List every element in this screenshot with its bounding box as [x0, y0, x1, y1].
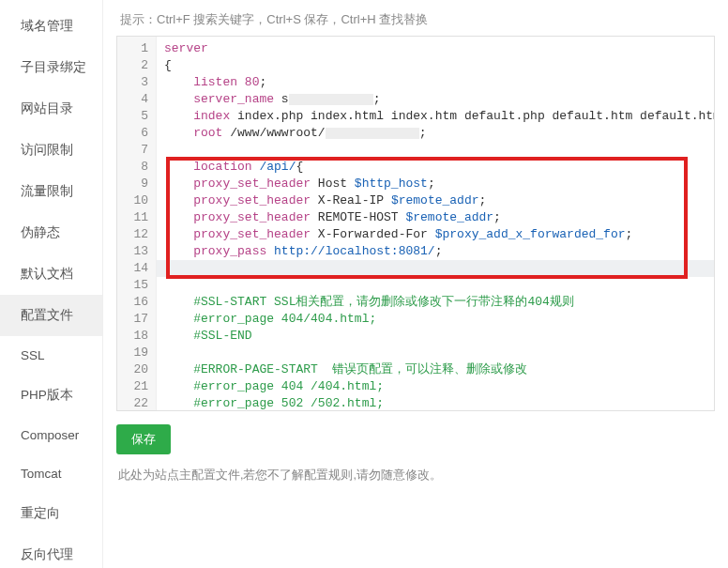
code-line-17[interactable]: #error_page 404/404.html; — [164, 311, 714, 328]
sidebar-item-9[interactable]: PHP版本 — [0, 375, 102, 416]
editor-gutter: 12345678910111213141516171819202122 — [117, 37, 157, 410]
sidebar-item-1[interactable]: 子目录绑定 — [0, 47, 102, 88]
sidebar-item-4[interactable]: 流量限制 — [0, 171, 102, 212]
code-line-5[interactable]: index index.php index.html index.htm def… — [164, 108, 714, 125]
sidebar-item-13[interactable]: 反向代理 — [0, 534, 102, 568]
sidebar-item-7[interactable]: 配置文件 — [0, 295, 102, 336]
sidebar: 域名管理子目录绑定网站目录访问限制流量限制伪静态默认文档配置文件SSLPHP版本… — [0, 0, 103, 568]
sidebar-item-3[interactable]: 访问限制 — [0, 130, 102, 171]
code-line-15[interactable] — [164, 277, 714, 294]
footer-note: 此处为站点主配置文件,若您不了解配置规则,请勿随意修改。 — [116, 454, 715, 484]
code-line-6[interactable]: root /www/wwwroot/; — [164, 125, 714, 142]
code-line-11[interactable]: proxy_set_header REMOTE-HOST $remote_add… — [164, 209, 714, 226]
code-line-21[interactable]: #error_page 404 /404.html; — [164, 378, 714, 395]
sidebar-item-12[interactable]: 重定向 — [0, 493, 102, 534]
sidebar-item-8[interactable]: SSL — [0, 336, 102, 375]
code-line-20[interactable]: #ERROR-PAGE-START 错误页配置，可以注释、删除或修改 — [164, 361, 714, 378]
sidebar-item-0[interactable]: 域名管理 — [0, 6, 102, 47]
code-line-9[interactable]: proxy_set_header Host $http_host; — [164, 176, 714, 192]
editor-code[interactable]: server{ listen 80; server_name s; index … — [157, 37, 714, 410]
code-line-22[interactable]: #error_page 502 /502.html; — [164, 395, 714, 410]
sidebar-item-6[interactable]: 默认文档 — [0, 253, 102, 295]
sidebar-item-10[interactable]: Composer — [0, 416, 102, 454]
code-line-7[interactable] — [164, 142, 714, 159]
code-line-13[interactable]: proxy_pass http://localhost:8081/; — [164, 243, 714, 260]
code-line-14[interactable]: } — [164, 260, 714, 277]
main-panel: 提示：Ctrl+F 搜索关键字，Ctrl+S 保存，Ctrl+H 查找替换 12… — [103, 0, 728, 568]
hint-text: 提示：Ctrl+F 搜索关键字，Ctrl+S 保存，Ctrl+H 查找替换 — [116, 8, 715, 36]
code-line-16[interactable]: #SSL-START SSL相关配置，请勿删除或修改下一行带注释的404规则 — [164, 294, 714, 311]
code-line-18[interactable]: #SSL-END — [164, 328, 714, 345]
save-button[interactable]: 保存 — [116, 424, 171, 454]
code-line-12[interactable]: proxy_set_header X-Forwarded-For $proxy_… — [164, 226, 714, 243]
code-line-19[interactable] — [164, 345, 714, 361]
code-line-3[interactable]: listen 80; — [164, 74, 714, 91]
sidebar-item-11[interactable]: Tomcat — [0, 454, 102, 493]
code-line-10[interactable]: proxy_set_header X-Real-IP $remote_addr; — [164, 192, 714, 209]
code-line-4[interactable]: server_name s; — [164, 91, 714, 108]
sidebar-item-2[interactable]: 网站目录 — [0, 88, 102, 130]
code-line-2[interactable]: { — [164, 57, 714, 74]
config-editor[interactable]: 12345678910111213141516171819202122 serv… — [116, 36, 715, 411]
code-line-8[interactable]: location /api/{ — [164, 159, 714, 176]
sidebar-item-5[interactable]: 伪静态 — [0, 212, 102, 253]
code-line-1[interactable]: server — [164, 40, 714, 57]
